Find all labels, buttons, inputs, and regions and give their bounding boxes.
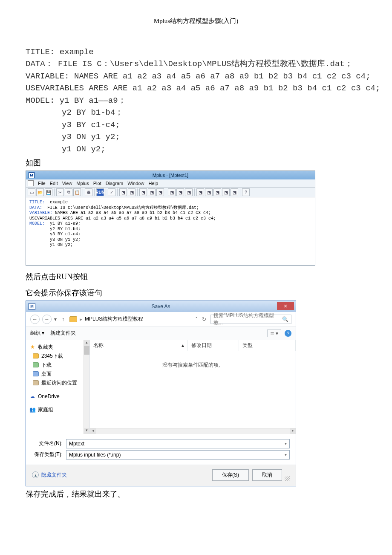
dialog-footer: ▴ 隐藏文件夹 保存(S) 取消 xyxy=(26,465,296,486)
desktop-icon xyxy=(33,371,39,376)
keyword: TITLE: xyxy=(29,200,45,205)
column-date[interactable]: 修改日期 xyxy=(188,340,239,351)
separator xyxy=(94,188,95,196)
code-line: y3 ON y1 y2; xyxy=(26,131,366,143)
history-dropdown[interactable]: ▾ xyxy=(54,316,57,322)
back-button[interactable]: ← xyxy=(30,315,40,324)
sidebar-label: OneDrive xyxy=(38,393,60,399)
sidebar-favorites[interactable]: ★收藏夹 xyxy=(29,343,87,352)
sidebar-downloads[interactable]: 下载 xyxy=(29,361,87,370)
separator xyxy=(194,188,195,196)
separator xyxy=(83,188,83,196)
horizontal-scrollbar[interactable]: ◂ ▸ xyxy=(90,428,296,434)
save-button[interactable]: 保存(S) xyxy=(212,469,249,481)
download-icon xyxy=(33,362,39,367)
forward-button[interactable]: → xyxy=(42,315,52,324)
sidebar-homegroup[interactable]: 👥家庭组 xyxy=(29,405,87,414)
code-line: MODEL: y1 BY a1——a9； xyxy=(26,96,126,105)
menu-file[interactable]: File xyxy=(38,181,46,186)
run-button[interactable]: RUN xyxy=(96,188,104,196)
sidebar-desktop[interactable]: 桌面 xyxy=(29,370,87,379)
caption-run: 然后点击RUN按钮 xyxy=(26,272,366,282)
chevron-right-icon: ▸ xyxy=(80,316,82,322)
filetype-select[interactable]: Mplus input files (*.inp) ▾ xyxy=(66,450,290,460)
cut-icon[interactable]: ✂ xyxy=(56,188,64,196)
filename-fields: 文件名(N): Mptext ▾ 保存类型(T): Mplus input fi… xyxy=(26,434,296,465)
chevron-down-icon[interactable]: ▾ xyxy=(285,441,287,446)
chart-icon[interactable]: ⬔ xyxy=(196,188,204,196)
separator xyxy=(166,188,166,196)
editor-text: y3 BY c1-c4; xyxy=(29,232,81,237)
scroll-right-icon[interactable]: ▸ xyxy=(290,428,296,434)
chart-icon[interactable]: ⬔ xyxy=(139,188,147,196)
chart-icon[interactable]: ⬔ xyxy=(119,188,127,196)
column-name[interactable]: 名称 ▴ xyxy=(90,340,188,351)
chart-icon[interactable]: ⬔ xyxy=(205,188,213,196)
chart-icon[interactable]: ⬔ xyxy=(185,188,193,196)
chevron-down-icon[interactable]: ▾ xyxy=(285,452,287,457)
caption-done: 保存完成后，结果就出来了。 xyxy=(26,489,366,499)
copy-icon[interactable]: ⧉ xyxy=(65,188,72,196)
chart-icon[interactable]: ⬔ xyxy=(222,188,230,196)
chart-icon[interactable]: ⬔ xyxy=(213,188,221,196)
breadcrumb[interactable]: ▸ MPLUS结构方程模型教程 xyxy=(69,315,193,323)
filetype-label: 保存类型(T): xyxy=(32,451,66,458)
hide-folders-toggle[interactable]: ▴ 隐藏文件夹 xyxy=(32,471,67,479)
filetype-value: Mplus input files (*.inp) xyxy=(69,452,121,458)
chart-icon[interactable]: ⬔ xyxy=(156,188,164,196)
path-dropdown[interactable]: ˅ xyxy=(195,316,198,322)
help-icon[interactable]: ? xyxy=(242,188,250,196)
sidebar-onedrive[interactable]: ☁OneDrive xyxy=(29,393,87,400)
scroll-left-icon[interactable]: ◂ xyxy=(90,428,96,434)
sidebar-scrollbar[interactable]: ▴ ▾ xyxy=(84,340,89,434)
scroll-down-icon[interactable]: ▾ xyxy=(84,428,89,434)
separator xyxy=(106,188,106,196)
code-line: VARIABLE: NAMES ARE a1 a2 a3 a4 a5 a6 a7… xyxy=(26,72,371,81)
menu-edit[interactable]: Edit xyxy=(50,181,58,186)
mplus-window: M Mplus - [Mptext1] File Edit View Mplus… xyxy=(26,171,315,266)
paste-icon[interactable]: 📋 xyxy=(73,188,81,196)
filename-input[interactable]: Mptext ▾ xyxy=(66,439,290,448)
refresh-button[interactable]: ↻ xyxy=(200,316,208,322)
chart-icon[interactable]: ⬔ xyxy=(231,188,238,196)
up-button[interactable]: ↑ xyxy=(59,315,67,323)
menu-view[interactable]: View xyxy=(62,181,72,186)
cancel-button[interactable]: 取消 xyxy=(252,469,282,481)
new-icon[interactable]: ▭ xyxy=(28,188,35,196)
chart-icon[interactable]: ✓ xyxy=(108,188,115,196)
sidebar-2345[interactable]: 2345下载 xyxy=(29,352,87,361)
scroll-up-icon[interactable]: ▴ xyxy=(84,340,89,346)
chart-icon[interactable]: ⬔ xyxy=(128,188,135,196)
view-dropdown[interactable]: ≣ ▾ xyxy=(267,330,281,337)
save-icon[interactable]: 💾 xyxy=(45,188,52,196)
menu-window[interactable]: Window xyxy=(127,181,144,186)
close-button[interactable]: × xyxy=(277,302,294,310)
resize-grip-icon[interactable] xyxy=(285,476,290,481)
page-title: Mplus结构方程模型步骤(入门) xyxy=(26,17,366,25)
open-icon[interactable]: 📂 xyxy=(36,188,44,196)
code-line: y1 ON y2; xyxy=(26,143,366,156)
sidebar-recent[interactable]: 最近访问的位置 xyxy=(29,379,87,387)
breadcrumb-item[interactable]: MPLUS结构方程模型教程 xyxy=(85,315,143,323)
newfolder-button[interactable]: 新建文件夹 xyxy=(50,330,76,337)
homegroup-icon: 👥 xyxy=(29,407,35,413)
code-line: DATA： FILE IS C：\Users\dell\Desktop\MPLU… xyxy=(26,59,353,69)
print-icon[interactable]: 🖶 xyxy=(85,188,92,196)
mplus-editor[interactable]: TITLE: example DATA: FILE IS C:\Users\de… xyxy=(26,197,315,265)
scroll-thumb[interactable] xyxy=(84,346,89,355)
menu-mplus[interactable]: Mplus xyxy=(76,181,89,186)
onedrive-icon: ☁ xyxy=(29,393,35,399)
search-input[interactable]: 搜索"MPLUS结构方程模型教... 🔍 xyxy=(210,315,291,324)
menu-diagram[interactable]: Diagram xyxy=(106,181,124,186)
organize-button[interactable]: 组织 ▾ xyxy=(30,330,44,337)
chart-icon[interactable]: ⬔ xyxy=(168,188,176,196)
chart-icon[interactable]: ⬔ xyxy=(148,188,156,196)
code-block: TITLE: example DATA： FILE IS C：\Users\de… xyxy=(26,34,366,155)
sidebar-label: 下载 xyxy=(41,361,52,369)
menu-help[interactable]: Help xyxy=(148,181,158,186)
help-icon[interactable]: ? xyxy=(285,330,291,337)
chart-icon[interactable]: ⬔ xyxy=(176,188,184,196)
column-type[interactable]: 类型 xyxy=(239,340,296,351)
recent-icon xyxy=(33,380,39,385)
menu-plot[interactable]: Plot xyxy=(93,181,101,186)
